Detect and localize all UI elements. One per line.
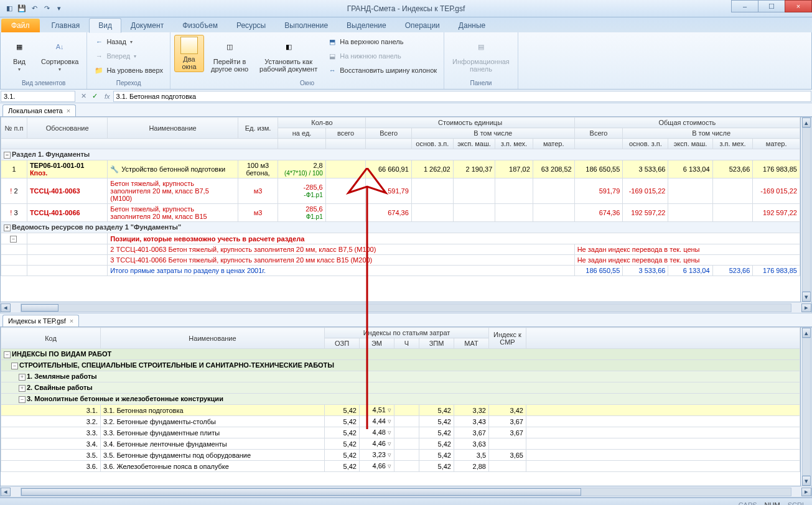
col-u-total[interactable]: Всего — [366, 128, 411, 139]
maximize-button[interactable]: ☐ — [758, 0, 785, 12]
accept-formula-icon[interactable]: ✓ — [90, 92, 100, 100]
collapse-icon[interactable]: − — [11, 363, 18, 369]
scroll-up-icon[interactable]: ▴ — [802, 118, 811, 127]
table-row[interactable]: ! 3 ТССЦ-401-0066 Бетон тяжелый, крупнос… — [1, 204, 800, 222]
btn-sort[interactable]: A↓Сортировка▾ — [37, 35, 83, 74]
idx-row[interactable]: 3.3.3.3. Бетонные фундаментные плиты5,42… — [1, 427, 800, 438]
btn-info-panel[interactable]: ▤Информационная панель — [448, 35, 514, 75]
btn-bottom-panel[interactable]: ⬓На нижнюю панель — [324, 49, 440, 63]
tab-phys[interactable]: Физобъем — [173, 18, 227, 32]
btn-top-panel[interactable]: ⬒На верхнюю панель — [324, 35, 440, 49]
col-idx-name[interactable]: Наименование — [101, 328, 325, 349]
idx-section-root[interactable]: −ИНДЕКСЫ ПО ВИДАМ РАБОТ — [1, 349, 800, 360]
qat-undo-icon[interactable]: ↶ — [29, 3, 40, 14]
btn-back[interactable]: ←Назад▾ — [91, 35, 166, 49]
scroll-right-icon[interactable]: ▸ — [801, 303, 811, 312]
tab-document[interactable]: Документ — [121, 18, 173, 32]
close-button[interactable]: × — [785, 0, 812, 12]
table-row[interactable]: 1 ТЕР06-01-001-01Кпоз. 🔧Устройство бетон… — [1, 160, 800, 178]
dropdown-icon[interactable]: ▿ — [388, 417, 391, 425]
dropdown-icon[interactable]: ▿ — [388, 462, 391, 470]
tab-resources[interactable]: Ресурсы — [227, 18, 275, 32]
col-unit[interactable]: Ед. изм. — [238, 118, 278, 139]
col-t-incl[interactable]: В том числе — [623, 128, 800, 139]
close-tab-icon[interactable]: × — [70, 317, 73, 325]
scroll-left-icon[interactable]: ◂ — [1, 488, 11, 496]
collapse-icon[interactable]: − — [4, 351, 11, 358]
tab-data[interactable]: Данные — [449, 18, 495, 32]
idx-section-2[interactable]: +2. Свайные работы — [1, 382, 800, 394]
doc-tab-indices[interactable]: Индексы к ТЕР.gsf× — [2, 315, 79, 327]
btn-up-level[interactable]: 📁На уровень вверх — [91, 63, 166, 77]
col-name[interactable]: Наименование — [108, 118, 238, 139]
vscroll-bottom[interactable]: ▴▾ — [801, 327, 812, 486]
collapse-icon[interactable]: − — [19, 396, 26, 403]
fx-icon[interactable]: fx — [102, 93, 113, 100]
idx-section-cat[interactable]: −СТРОИТЕЛЬНЫЕ, СПЕЦИАЛЬНЫЕ СТРОИТЕЛЬНЫЕ … — [1, 360, 800, 371]
indices-grid[interactable]: Код Наименование Индексы по статьям затр… — [0, 327, 801, 486]
idx-row[interactable]: 3.1.3.1. Бетонная подготовка5,424,51 ▿5,… — [1, 405, 800, 416]
hscroll-top[interactable]: ◂▸ — [0, 302, 812, 313]
scroll-up-icon[interactable]: ▴ — [802, 328, 811, 338]
col-u-incl[interactable]: В том числе — [411, 128, 574, 139]
idx-section-1[interactable]: +1. Земляные работы — [1, 371, 800, 382]
col-idx-smr[interactable]: Индекс к СМР — [489, 328, 526, 349]
scroll-down-icon[interactable]: ▾ — [802, 292, 811, 302]
qat-dropdown-icon[interactable]: ▾ — [54, 3, 65, 14]
col-idx-code[interactable]: Код — [1, 328, 101, 349]
qat-save-icon[interactable]: 💾 — [16, 3, 27, 14]
scroll-thumb[interactable] — [21, 304, 58, 312]
btn-forward[interactable]: →Вперед▾ — [91, 49, 166, 63]
col-unit-cost[interactable]: Стоимость единицы — [366, 118, 574, 128]
col-qty[interactable]: Кол-во — [278, 118, 366, 128]
vscroll-top[interactable]: ▴▾ — [801, 117, 812, 302]
btn-view[interactable]: ▦Вид▾ — [4, 35, 34, 74]
scroll-left-icon[interactable]: ◂ — [1, 303, 11, 312]
idx-row[interactable]: 3.4.3.4. Бетонные ленточные фундаменты5,… — [1, 438, 800, 450]
cell-ref-input[interactable] — [1, 91, 75, 102]
col-idx-group[interactable]: Индексы по статьям затрат — [325, 328, 489, 338]
tab-main[interactable]: Главная — [42, 18, 90, 32]
dropdown-icon[interactable]: ▿ — [388, 406, 391, 414]
col-qty-total[interactable]: всего — [325, 128, 366, 139]
col-basis[interactable]: Обоснование — [27, 118, 107, 139]
idx-section-3[interactable]: −3. Монолитные бетонные и железобетонные… — [1, 394, 800, 405]
doc-tab-local-estimate[interactable]: Локальная смета× — [2, 104, 76, 116]
scroll-thumb[interactable] — [21, 488, 581, 496]
minimize-button[interactable]: – — [731, 0, 758, 12]
col-total-cost[interactable]: Общая стоимость — [574, 118, 800, 128]
close-tab-icon[interactable]: × — [67, 107, 70, 114]
col-num[interactable]: № п.п — [1, 118, 27, 139]
tab-operations[interactable]: Операции — [396, 18, 449, 32]
tab-selection[interactable]: Выделение — [337, 18, 396, 32]
btn-goto-window[interactable]: ◫Перейти в другое окно — [207, 35, 253, 75]
scroll-down-icon[interactable]: ▾ — [802, 476, 811, 486]
tab-view[interactable]: Вид — [89, 18, 121, 33]
qat-app-icon[interactable]: ◧ — [4, 3, 15, 14]
dropdown-icon[interactable]: ▿ — [388, 451, 391, 458]
col-t-total[interactable]: Всего — [574, 128, 623, 139]
table-row[interactable]: 2 ТССЦ-401-0063 Бетон тяжелый, крупность… — [1, 244, 800, 255]
idx-row[interactable]: 3.2.3.2. Бетонные фундаменты-столбы5,424… — [1, 416, 800, 427]
table-row[interactable]: Итого прямые затраты по разделу в ценах … — [1, 266, 800, 276]
scroll-right-icon[interactable]: ▸ — [801, 488, 811, 496]
dropdown-icon[interactable]: ▿ — [388, 429, 391, 436]
formula-input[interactable] — [113, 91, 811, 102]
table-row[interactable]: 3 ТССЦ-401-0066 Бетон тяжелый, крупность… — [1, 255, 800, 266]
tab-execution[interactable]: Выполнение — [275, 18, 337, 32]
btn-set-working[interactable]: ◧Установить как рабочий документ — [255, 35, 322, 75]
btn-two-windows[interactable]: Два окна — [174, 35, 204, 72]
collapse-icon[interactable]: − — [4, 152, 11, 159]
section-row[interactable]: −Раздел 1. Фундаменты — [1, 149, 800, 160]
expand-icon[interactable]: + — [19, 374, 26, 381]
cancel-formula-icon[interactable]: ✕ — [78, 92, 88, 100]
hscroll-bottom[interactable]: ◂▸ — [0, 486, 812, 498]
qat-redo-icon[interactable]: ↷ — [41, 3, 52, 14]
table-row[interactable]: ! 2 ТССЦ-401-0063 Бетон тяжелый, крупнос… — [1, 178, 800, 204]
idx-row[interactable]: 3.5.3.5. Бетонные фундаменты под оборудо… — [1, 450, 800, 461]
vedomost-row[interactable]: +Ведомость ресурсов по разделу 1 "Фундам… — [1, 222, 800, 233]
file-tab[interactable]: Файл — [1, 19, 40, 32]
btn-restore-cols[interactable]: ↔Восстановить ширину колонок — [324, 63, 440, 77]
collapse-icon[interactable]: − — [10, 236, 17, 243]
estimate-grid[interactable]: № п.п Обоснование Наименование Ед. изм. … — [0, 117, 801, 302]
